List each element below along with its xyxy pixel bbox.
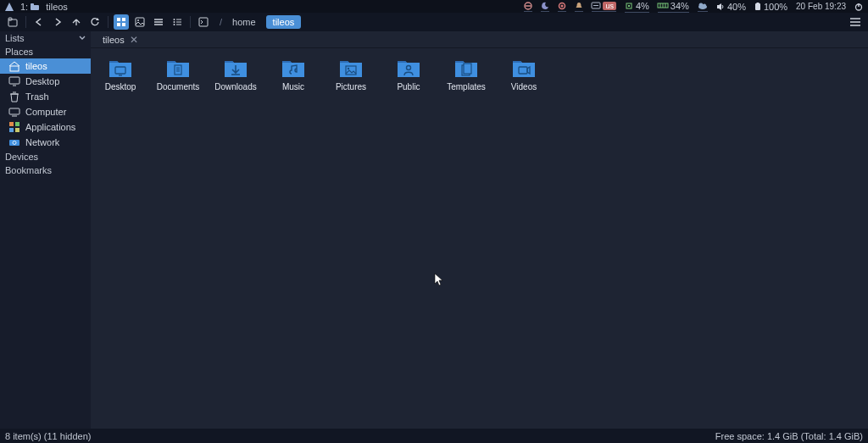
svg-rect-69 <box>464 64 471 74</box>
network-icon <box>8 136 20 148</box>
breadcrumb-current[interactable]: tileos <box>266 15 302 29</box>
toolbar: / home tileos <box>0 13 868 31</box>
folder-icon <box>109 58 131 79</box>
svg-rect-30 <box>136 18 144 26</box>
tray-no-entry-icon[interactable] <box>524 2 532 12</box>
svg-rect-19 <box>755 3 760 10</box>
memory-icon <box>658 3 668 9</box>
folder-label: Desktop <box>105 82 136 91</box>
chevron-down-icon <box>79 35 86 42</box>
sidebar: Lists Places tileosDesktopTrashComputerA… <box>0 31 91 429</box>
tray-volume[interactable]: 40% <box>716 2 746 12</box>
sidebar-item-tileos[interactable]: tileos <box>0 58 91 74</box>
breadcrumb-home[interactable]: home <box>225 15 263 29</box>
svg-marker-18 <box>717 3 721 10</box>
sidebar-item-desktop[interactable]: Desktop <box>0 74 91 89</box>
tray-weather[interactable] <box>698 2 708 12</box>
svg-point-37 <box>174 21 175 23</box>
svg-rect-27 <box>122 18 125 21</box>
svg-rect-2 <box>31 3 34 6</box>
cloud-icon <box>698 2 708 10</box>
battery-icon <box>754 3 761 11</box>
folder-label: Videos <box>511 82 537 91</box>
tab-current[interactable]: tileos ✕ <box>97 32 143 47</box>
folder-label: Documents <box>157 82 200 91</box>
power-icon[interactable] <box>854 3 863 11</box>
window-title: tileos <box>46 2 68 12</box>
back-button[interactable] <box>31 14 47 30</box>
trash-icon <box>8 91 20 102</box>
compact-view-button[interactable] <box>151 14 166 30</box>
svg-rect-50 <box>9 108 19 114</box>
tray-clock[interactable]: 20 Feb 19:23 <box>796 2 846 11</box>
desktop-icon <box>8 75 20 87</box>
sidebar-section-bookmarks[interactable]: Bookmarks <box>0 163 91 177</box>
tray-night-icon[interactable] <box>541 2 549 12</box>
svg-rect-52 <box>9 122 14 126</box>
folder-icon <box>455 58 477 79</box>
tray-keyboard-layout[interactable]: us <box>592 2 616 12</box>
sidebar-panel-selector[interactable]: Lists <box>0 31 91 45</box>
folder-music[interactable]: Music <box>265 55 321 95</box>
launcher-icon[interactable] <box>5 3 14 11</box>
status-bar: 8 item(s) (11 hidden) Free space: 1.4 Gi… <box>0 429 868 443</box>
system-bar: 1: tileos us 4% 34% 40% 100% <box>0 0 868 13</box>
svg-marker-0 <box>5 3 14 11</box>
list-view-button[interactable] <box>170 14 185 30</box>
svg-rect-54 <box>9 128 14 132</box>
tab-label: tileos <box>103 35 125 45</box>
sidebar-item-trash[interactable]: Trash <box>0 89 91 104</box>
folder-downloads[interactable]: Downloads <box>208 55 264 95</box>
folder-grid[interactable]: Desktop Documents Downloads Music Pictur… <box>91 48 868 429</box>
folder-icon <box>167 58 189 79</box>
workspace-indicator[interactable]: 1: <box>20 2 39 12</box>
svg-point-35 <box>174 19 175 20</box>
forward-button[interactable] <box>50 14 65 30</box>
folder-label: Public <box>397 82 420 91</box>
sidebar-item-applications[interactable]: Applications <box>0 119 91 135</box>
svg-point-31 <box>137 19 139 21</box>
folder-icon <box>398 58 420 79</box>
sidebar-section-devices[interactable]: Devices <box>0 150 91 163</box>
thumbnail-view-button[interactable] <box>132 14 147 30</box>
folder-label: Templates <box>447 82 486 91</box>
computer-icon <box>8 106 20 118</box>
up-button[interactable] <box>69 14 84 30</box>
tray-battery[interactable]: 100% <box>754 2 787 12</box>
tray-memory[interactable]: 34% <box>658 1 689 13</box>
tray-record-icon[interactable] <box>558 2 566 12</box>
folder-videos[interactable]: Videos <box>496 55 552 95</box>
tab-strip: tileos ✕ <box>91 31 868 48</box>
reload-button[interactable] <box>87 14 103 30</box>
sidebar-item-network[interactable]: Network <box>0 135 91 150</box>
folder-documents[interactable]: Documents <box>150 55 206 95</box>
folder-icon <box>340 58 362 79</box>
folder-desktop[interactable]: Desktop <box>92 55 148 95</box>
svg-rect-26 <box>117 18 120 21</box>
svg-rect-28 <box>117 23 120 26</box>
status-item-count: 8 item(s) (11 hidden) <box>5 431 92 441</box>
hamburger-menu-button[interactable] <box>848 14 863 30</box>
svg-point-39 <box>174 24 175 25</box>
sidebar-item-label: Computer <box>25 107 66 117</box>
sidebar-item-computer[interactable]: Computer <box>0 104 91 119</box>
svg-rect-46 <box>9 77 19 84</box>
svg-point-66 <box>348 68 349 69</box>
terminal-button[interactable] <box>196 14 211 30</box>
sidebar-item-label: Trash <box>25 91 49 102</box>
svg-rect-56 <box>9 140 19 146</box>
folder-label: Pictures <box>336 82 366 91</box>
tray-bell-icon[interactable] <box>575 2 583 12</box>
sidebar-item-label: tileos <box>25 61 47 71</box>
folder-templates[interactable]: Templates <box>438 55 494 95</box>
svg-point-17 <box>703 3 706 7</box>
new-tab-button[interactable] <box>5 14 20 30</box>
svg-rect-29 <box>122 23 125 26</box>
tab-close-button[interactable]: ✕ <box>130 34 138 46</box>
folder-public[interactable]: Public <box>381 55 437 95</box>
mouse-cursor <box>435 274 445 289</box>
tray-cpu[interactable]: 4% <box>625 1 649 13</box>
icon-view-button[interactable] <box>114 14 129 30</box>
folder-pictures[interactable]: Pictures <box>323 55 379 95</box>
folder-label: Downloads <box>214 82 256 91</box>
